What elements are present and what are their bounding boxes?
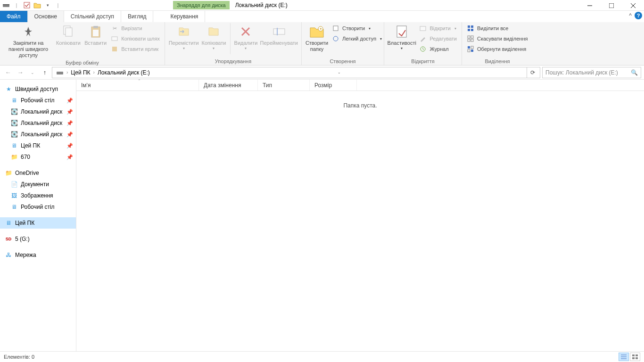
nav-this-pc-pinned[interactable]: 🖥Цей ПК📌 <box>0 140 76 151</box>
refresh-button[interactable]: ⟳ <box>527 67 538 78</box>
select-none-button[interactable]: Скасувати виділення <box>465 33 529 44</box>
svg-rect-13 <box>112 47 117 51</box>
chevron-right-icon[interactable]: › <box>66 70 68 75</box>
drive-icon: 💽 <box>10 131 18 138</box>
svg-rect-33 <box>468 46 470 49</box>
new-item-button[interactable]: Створити▾ <box>330 23 384 33</box>
move-icon <box>176 24 191 39</box>
delete-button[interactable]: Видалити▾ <box>233 23 258 52</box>
new-group-label: Створення <box>305 58 381 65</box>
recent-dropdown[interactable]: ⌄ <box>27 67 38 78</box>
minimize-button[interactable] <box>579 0 601 11</box>
column-size[interactable]: Розмір <box>310 80 357 90</box>
nav-sd-card[interactable]: SD5 (G:) <box>0 233 76 245</box>
nav-onedrive[interactable]: 📁OneDrive <box>0 167 76 179</box>
open-button[interactable]: Відкрити▾ <box>417 23 459 33</box>
properties-button[interactable]: Властивості▾ <box>387 23 416 52</box>
svg-rect-2 <box>24 2 30 8</box>
select-all-button[interactable]: Виділити все <box>465 23 529 33</box>
nav-quick-access[interactable]: ★Швидкий доступ <box>0 83 76 95</box>
svg-rect-31 <box>468 39 470 41</box>
forward-button[interactable]: → <box>15 67 25 78</box>
pin-icon: 📌 <box>66 98 73 104</box>
clipboard-group-label: Буфер обміну <box>3 60 162 66</box>
search-input[interactable]: Пошук: Локальний диск (E:) 🔍 <box>542 67 641 78</box>
svg-rect-25 <box>468 25 470 28</box>
column-date[interactable]: Дата змінення <box>199 80 258 90</box>
copy-path-button[interactable]: Копіювати шлях <box>109 33 162 44</box>
qat-properties-icon[interactable] <box>23 1 31 9</box>
invert-selection-button[interactable]: Обернути виділення <box>465 44 529 54</box>
qat-folder-icon[interactable] <box>33 1 41 9</box>
details-view-button[interactable] <box>619 353 629 361</box>
column-type[interactable]: Тип <box>258 80 310 90</box>
move-to-button[interactable]: Перемістити▾ <box>168 23 199 52</box>
pin-to-quick-access-button[interactable]: Закріпити на панелі швидкого доступу <box>3 23 54 60</box>
edit-icon <box>419 35 427 42</box>
paste-button[interactable]: Вставити <box>83 23 108 47</box>
ribbon: Закріпити на панелі швидкого доступу Коп… <box>0 22 644 66</box>
column-headers: Ім'я⌃ Дата змінення Тип Розмір <box>76 80 644 91</box>
breadcrumb[interactable]: › Цей ПК › Локальний диск (E:) ⌄ ⟳ <box>52 67 540 78</box>
nav-desktop2[interactable]: 🖥Робочий стіл <box>0 201 76 213</box>
svg-rect-32 <box>471 39 473 41</box>
nav-local-disk[interactable]: 💽Локальний диск📌 <box>0 117 76 129</box>
tab-share[interactable]: Спільний доступ <box>64 11 121 22</box>
search-icon[interactable]: 🔍 <box>631 69 638 76</box>
sd-icon: SD <box>5 235 12 243</box>
paste-shortcut-button[interactable]: Вставити ярлик <box>109 44 162 54</box>
drive-icon <box>54 70 66 75</box>
delete-icon <box>238 24 253 39</box>
drive-icon: 💽 <box>10 119 18 127</box>
svg-rect-26 <box>471 25 473 28</box>
breadcrumb-this-pc[interactable]: Цей ПК <box>69 69 92 76</box>
pin-icon: 📌 <box>66 132 73 138</box>
breadcrumb-dropdown[interactable]: ⌄ <box>336 70 343 74</box>
svg-rect-16 <box>273 29 285 34</box>
pin-icon: 📌 <box>66 109 73 115</box>
up-button[interactable]: ↑ <box>40 67 50 78</box>
minimize-ribbon-icon[interactable]: ^ <box>629 12 632 19</box>
tab-view[interactable]: Вигляд <box>121 11 153 22</box>
thumbnails-view-button[interactable] <box>630 353 640 361</box>
nav-this-pc[interactable]: 🖥Цей ПК <box>0 217 76 229</box>
svg-rect-10 <box>93 26 98 28</box>
tab-manage[interactable]: Керування <box>164 11 205 22</box>
cut-button[interactable]: ✂Вирізати <box>109 23 162 33</box>
copy-button[interactable]: Копіювати <box>55 23 82 47</box>
back-button[interactable]: ← <box>3 67 13 78</box>
navigation-pane[interactable]: ★Швидкий доступ 🖥Робочий стіл📌 💽Локальни… <box>0 80 76 351</box>
easy-access-button[interactable]: Легкий доступ▾ <box>330 33 384 44</box>
rename-button[interactable]: Перейменувати <box>260 23 298 47</box>
svg-rect-27 <box>468 29 470 31</box>
new-folder-button[interactable]: ✦ Створити папку <box>305 23 329 53</box>
copy-to-button[interactable]: Копіювати▾ <box>200 23 227 52</box>
nav-pictures[interactable]: 🖼Зображення <box>0 190 76 201</box>
edit-button[interactable]: Редагувати <box>417 33 459 44</box>
nav-local-disk[interactable]: 💽Локальний диск📌 <box>0 129 76 140</box>
select-none-icon <box>467 35 474 42</box>
history-button[interactable]: Журнал <box>417 44 459 54</box>
close-button[interactable] <box>622 0 644 11</box>
svg-rect-42 <box>636 354 638 356</box>
column-name[interactable]: Ім'я⌃ <box>76 80 199 90</box>
svg-rect-11 <box>93 30 99 36</box>
context-tab-disk-tools[interactable]: Знаряддя для диска <box>173 1 230 9</box>
svg-rect-44 <box>636 357 638 359</box>
svg-rect-28 <box>471 29 473 31</box>
chevron-right-icon[interactable]: › <box>93 70 95 75</box>
qat-dropdown-icon[interactable]: ▾ <box>43 1 52 9</box>
maximize-button[interactable] <box>601 0 622 11</box>
nav-folder-670[interactable]: 📁670📌 <box>0 151 76 163</box>
tab-file[interactable]: Файл <box>0 11 28 22</box>
nav-local-disk[interactable]: 💽Локальний диск📌 <box>0 106 76 117</box>
svg-rect-30 <box>471 36 473 38</box>
tab-home[interactable]: Основне <box>28 11 64 22</box>
history-icon <box>419 45 427 53</box>
nav-desktop[interactable]: 🖥Робочий стіл📌 <box>0 95 76 106</box>
content-area[interactable]: Ім'я⌃ Дата змінення Тип Розмір Папка пус… <box>76 80 644 351</box>
nav-documents[interactable]: 📄Документи <box>0 179 76 190</box>
nav-network[interactable]: 🖧Мережа <box>0 249 76 261</box>
breadcrumb-current[interactable]: Локальний диск (E:) <box>96 69 152 76</box>
help-icon[interactable]: ? <box>635 12 642 19</box>
